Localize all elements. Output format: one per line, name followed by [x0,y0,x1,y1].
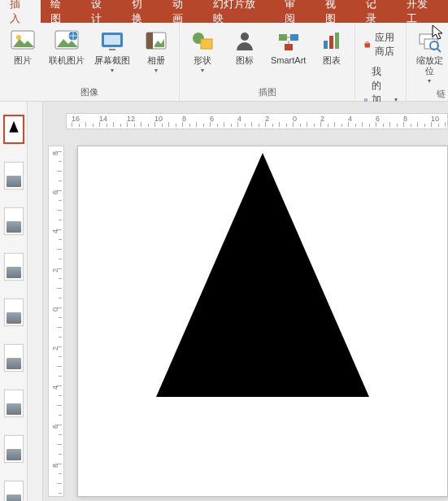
btn-online-picture-label: 联机图片 [49,55,85,66]
slide-thumbnail[interactable] [4,481,24,501]
image-icon [7,449,21,460]
svg-rect-10 [201,39,212,49]
group-images: 图片 联机图片 屏幕截图 ▾ [0,23,180,101]
album-icon [143,28,169,54]
btn-album-label: 相册 [147,55,165,66]
ruler-tick-label: 16 [72,115,80,123]
btn-store[interactable]: 应用商店 [360,29,401,60]
ruler-tick-label: 12 [127,115,135,123]
btn-shapes-label: 形状 [194,55,211,66]
shape-triangle[interactable] [156,153,369,397]
tab-insert[interactable]: 插入 [0,0,41,23]
image-icon [7,267,21,278]
svg-rect-13 [290,34,298,41]
chevron-down-icon: ▾ [111,67,114,74]
btn-icons[interactable]: 图标 [225,26,264,68]
icons-icon [232,28,258,54]
svg-rect-6 [109,49,115,50]
tab-record[interactable]: 记录 [356,0,397,23]
triangle-icon [8,119,20,135]
image-icon [7,176,21,187]
slide-thumbnail[interactable] [4,162,24,190]
workspace: 1614121086420246810 864202468 [0,102,448,501]
chevron-down-icon: ▾ [154,67,158,74]
slide-thumbnail[interactable] [4,253,24,281]
chart-icon [319,28,345,54]
slide-canvas[interactable] [77,146,448,497]
svg-rect-12 [279,34,287,41]
ribbon-tabbar: 插入 绘图 设计 切换 动画 幻灯片放映 审阅 视图 记录 开发工 [0,0,448,23]
ruler-vertical: 864202468 [48,146,64,497]
ruler-tick-label: 10 [154,115,163,123]
btn-screenshot[interactable]: 屏幕截图 ▾ [91,26,133,76]
svg-rect-15 [324,41,328,49]
image-icon [7,358,21,369]
zoom-icon [416,28,442,54]
svg-rect-16 [329,36,333,49]
image-icon [7,312,21,324]
online-picture-icon [54,28,80,54]
btn-shapes[interactable]: 形状 ▾ [183,26,222,76]
btn-screenshot-label: 屏幕截图 [94,55,130,66]
picture-icon [10,28,36,54]
btn-zoom-label: 缩放定位 [413,55,446,76]
tab-developer[interactable]: 开发工 [397,0,448,23]
svg-point-11 [241,33,249,41]
group-illustrations: 形状 ▾ 图标 SmartArt [180,23,355,101]
btn-chart[interactable]: 图表 [312,26,351,68]
btn-album[interactable]: 相册 ▾ [137,26,176,76]
tab-transitions[interactable]: 切换 [122,0,163,23]
svg-rect-17 [335,33,339,49]
slide-thumbnail[interactable] [3,115,24,144]
svg-rect-8 [146,33,153,49]
image-icon [7,403,21,415]
image-icon [7,221,21,233]
btn-picture-label: 图片 [14,55,32,66]
smartart-icon [276,28,302,54]
thumbnail-scrollbar[interactable] [28,102,43,501]
slide-edit-area: 1614121086420246810 864202468 [43,102,448,501]
store-icon [363,38,372,51]
btn-zoom[interactable]: 缩放定位 ▾ [410,26,448,86]
ruler-tick-label: 14 [99,115,107,123]
slide-thumbnail-pane[interactable] [0,102,28,501]
chevron-down-icon: ▾ [428,77,431,85]
slide-thumbnail[interactable] [4,207,24,235]
group-addins: 应用商店 我的加载项 ▾ 加载项 [355,23,407,101]
btn-store-label: 应用商店 [375,31,398,59]
group-illustrations-label: 插图 [259,85,276,101]
group-links-label: 链 [437,86,446,102]
group-links: 缩放定位 ▾ 超 链 [407,23,448,101]
slide-thumbnail[interactable] [4,435,24,463]
chevron-down-icon: ▾ [201,67,204,74]
tab-view[interactable]: 视图 [315,0,356,23]
tab-slideshow[interactable]: 幻灯片放映 [203,0,276,23]
tab-design[interactable]: 设计 [81,0,122,23]
svg-marker-22 [9,121,18,133]
tab-draw[interactable]: 绘图 [41,0,81,23]
tab-animations[interactable]: 动画 [163,0,203,23]
slide-thumbnail[interactable] [4,390,24,417]
btn-icons-label: 图标 [236,55,254,66]
slide-thumbnail[interactable] [4,298,24,326]
svg-point-1 [16,35,21,40]
ribbon: 图片 联机图片 屏幕截图 ▾ [0,23,448,102]
ruler-horizontal: 1614121086420246810 [66,113,448,129]
svg-rect-14 [285,44,293,50]
btn-chart-label: 图表 [323,55,341,66]
btn-online-picture[interactable]: 联机图片 [46,26,88,68]
screenshot-icon [99,28,125,54]
btn-smartart-label: SmartArt [271,55,306,66]
btn-smartart[interactable]: SmartArt [267,26,309,68]
slide-thumbnail[interactable] [4,344,24,372]
btn-picture[interactable]: 图片 [3,26,42,68]
shapes-icon [189,28,215,54]
group-images-label: 图像 [80,85,98,101]
tab-review[interactable]: 审阅 [275,0,315,23]
svg-rect-5 [104,35,120,45]
image-icon [7,494,21,501]
ruler-tick-label: 10 [431,115,439,123]
